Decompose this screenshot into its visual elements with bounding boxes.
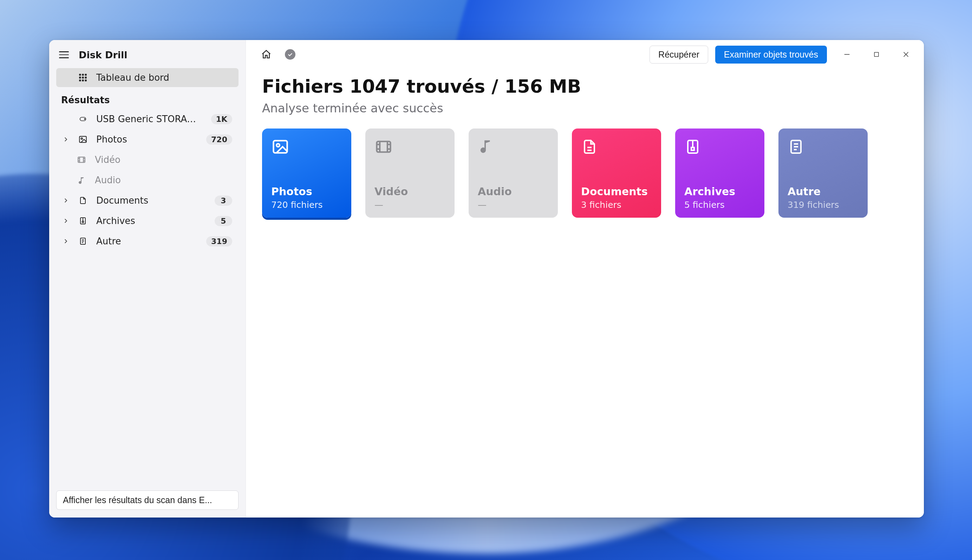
sidebar-item-count: 1K <box>211 114 232 124</box>
svg-rect-1 <box>82 74 84 75</box>
maximize-button[interactable] <box>867 46 886 63</box>
sidebar-item-label: Audio <box>95 175 232 185</box>
music-icon <box>77 175 87 185</box>
sidebar-item-label: Archives <box>96 215 206 226</box>
image-icon <box>78 135 88 144</box>
app-title: Disk Drill <box>78 50 127 60</box>
archive-icon <box>78 216 88 226</box>
toolbar: Récupérer Examiner objets trouvés <box>246 40 924 67</box>
document-icon <box>581 138 599 156</box>
card-subtitle: 5 fichiers <box>684 200 755 210</box>
card-subtitle: 319 fichiers <box>788 200 858 210</box>
sidebar-item-archives[interactable]: Archives 5 <box>56 212 239 230</box>
chevron-right-icon <box>62 136 70 143</box>
svg-rect-22 <box>82 221 84 223</box>
sidebar-item-device[interactable]: USB Generic STORAGE D... 1K <box>56 110 239 128</box>
svg-rect-3 <box>79 77 81 78</box>
sidebar-item-dashboard[interactable]: Tableau de bord <box>56 68 239 87</box>
file-icon <box>788 138 806 156</box>
svg-rect-31 <box>274 141 287 153</box>
svg-rect-5 <box>85 77 87 78</box>
sidebar-item-photos[interactable]: Photos 720 <box>56 130 239 149</box>
category-cards: Photos 720 fichiers Vidéo — Audio — <box>262 128 908 218</box>
svg-point-12 <box>81 138 83 139</box>
card-title: Autre <box>788 185 858 198</box>
sidebar-item-label: Photos <box>96 134 198 145</box>
card-audio[interactable]: Audio — <box>469 128 558 218</box>
show-results-button[interactable]: Afficher les résultats du scan dans E... <box>56 490 239 510</box>
image-icon <box>271 138 289 156</box>
page-title: Fichiers 1047 trouvés / 156 MB <box>262 76 908 97</box>
sidebar-item-other[interactable]: Autre 319 <box>56 232 239 251</box>
archive-icon <box>684 138 703 156</box>
app-window: Disk Drill Tableau de bord Résultats USB… <box>49 40 924 518</box>
sidebar-item-label: Tableau de bord <box>96 72 232 83</box>
card-photos[interactable]: Photos 720 fichiers <box>262 128 351 218</box>
svg-rect-0 <box>79 74 81 75</box>
chevron-right-icon <box>62 218 70 224</box>
status-check-icon <box>282 46 299 63</box>
sidebar-item-label: Vidéo <box>95 155 232 165</box>
minimize-button[interactable] <box>837 46 857 63</box>
card-title: Photos <box>271 185 342 198</box>
sidebar-item-video[interactable]: Vidéo <box>56 150 239 169</box>
examine-button[interactable]: Examiner objets trouvés <box>715 46 827 63</box>
card-subtitle: — <box>478 200 549 210</box>
chevron-right-icon <box>62 197 70 203</box>
menu-button[interactable] <box>57 48 71 62</box>
sidebar-item-count: 319 <box>206 236 232 247</box>
card-title: Archives <box>684 185 755 198</box>
svg-rect-6 <box>79 79 81 81</box>
sidebar-item-audio[interactable]: Audio <box>56 171 239 190</box>
svg-rect-33 <box>377 142 391 152</box>
home-button[interactable] <box>258 46 275 63</box>
grid-icon <box>78 73 88 83</box>
close-button[interactable] <box>897 46 915 63</box>
card-archives[interactable]: Archives 5 fichiers <box>675 128 764 218</box>
document-icon <box>78 195 88 205</box>
sidebar-item-count: 720 <box>206 135 232 145</box>
sidebar-item-label: Autre <box>96 236 198 247</box>
card-documents[interactable]: Documents 3 fichiers <box>572 128 661 218</box>
card-video[interactable]: Vidéo — <box>365 128 454 218</box>
sidebar-footer: Afficher les résultats du scan dans E... <box>49 485 246 518</box>
card-other[interactable]: Autre 319 fichiers <box>778 128 868 218</box>
drive-icon <box>78 114 88 124</box>
card-subtitle: — <box>374 200 446 210</box>
card-subtitle: 720 fichiers <box>271 200 342 210</box>
svg-rect-7 <box>82 79 84 81</box>
svg-point-10 <box>84 119 85 119</box>
recover-button[interactable]: Récupérer <box>650 46 708 63</box>
video-icon <box>374 138 393 156</box>
card-subtitle: 3 fichiers <box>581 200 652 210</box>
svg-point-32 <box>276 143 280 147</box>
music-icon <box>478 138 496 156</box>
sidebar: Disk Drill Tableau de bord Résultats USB… <box>49 40 246 518</box>
svg-rect-28 <box>874 52 878 57</box>
page-subtitle: Analyse terminée avec succès <box>262 101 908 115</box>
file-icon <box>78 236 88 246</box>
svg-rect-11 <box>79 136 87 142</box>
sidebar-item-count: 5 <box>215 216 232 226</box>
sidebar-item-label: USB Generic STORAGE D... <box>96 114 203 124</box>
main-area: Récupérer Examiner objets trouvés Fichie… <box>246 40 924 518</box>
sidebar-item-label: Documents <box>96 195 206 206</box>
svg-rect-2 <box>85 74 87 75</box>
svg-rect-4 <box>82 77 84 78</box>
video-icon <box>77 155 87 165</box>
svg-rect-13 <box>78 157 85 162</box>
sidebar-item-count: 3 <box>215 195 232 206</box>
svg-rect-44 <box>691 147 694 150</box>
content: Fichiers 1047 trouvés / 156 MB Analyse t… <box>246 67 924 226</box>
svg-rect-8 <box>85 79 87 81</box>
sidebar-header: Disk Drill <box>49 43 246 68</box>
sidebar-item-documents[interactable]: Documents 3 <box>56 191 239 210</box>
card-title: Audio <box>478 185 549 198</box>
card-title: Documents <box>581 185 652 198</box>
sidebar-results-heading: Résultats <box>49 88 246 108</box>
chevron-right-icon <box>62 238 70 244</box>
card-title: Vidéo <box>374 185 446 198</box>
